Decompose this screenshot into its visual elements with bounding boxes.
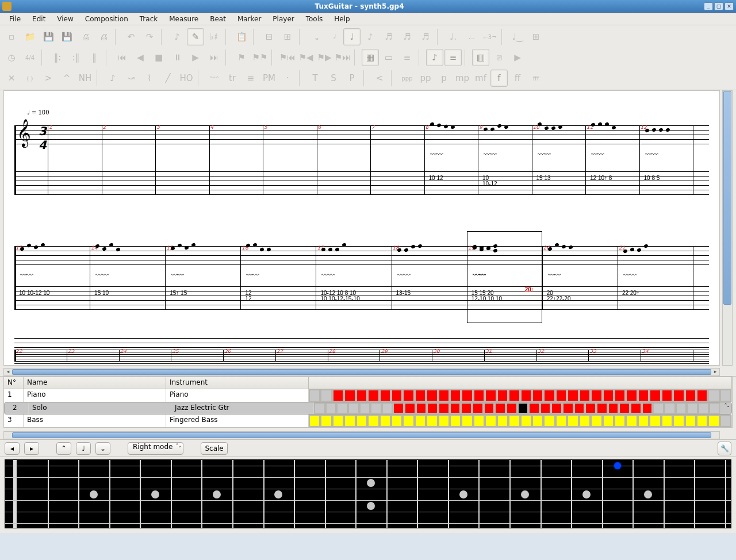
duration-64-icon[interactable]: ♬ (417, 28, 434, 45)
stop-icon[interactable]: ■ (150, 49, 167, 66)
maximize-icon[interactable]: ▢ (714, 2, 723, 10)
properties-icon[interactable]: 📋 (233, 28, 250, 45)
redo-icon[interactable]: ↷ (141, 28, 158, 45)
menu-marker[interactable]: Marker (232, 14, 267, 24)
chord-icon[interactable]: ⊞ (527, 28, 545, 45)
fretboard[interactable] (5, 459, 731, 528)
dotted-icon[interactable]: ♩. (444, 28, 462, 45)
first-icon[interactable]: ⏮ (113, 49, 131, 66)
menu-help[interactable]: Help (328, 14, 355, 24)
next-icon[interactable]: ▶ (187, 49, 204, 66)
track-measures[interactable] (309, 389, 732, 402)
menu-view[interactable]: View (51, 14, 79, 24)
fret-left-button[interactable]: ◂ (5, 442, 20, 455)
layout-multi-icon[interactable]: ≡ (398, 49, 416, 66)
menu-file[interactable]: File (3, 14, 26, 24)
menu-beat[interactable]: Beat (204, 14, 232, 24)
layout-linear-icon[interactable]: ▭ (380, 49, 397, 66)
menu-player[interactable]: Player (267, 14, 300, 24)
effect-slap-icon[interactable]: S (325, 70, 342, 87)
effect-ghost-icon[interactable]: ( ) (21, 70, 39, 87)
duration-32-icon[interactable]: ♬ (398, 28, 416, 45)
effect-palm-icon[interactable]: PM (260, 70, 278, 87)
scale-button[interactable]: Scale (201, 442, 227, 455)
effect-tremolo-icon[interactable]: ⌇ (141, 70, 158, 87)
effect-tremolop-icon[interactable]: ≡ (242, 70, 259, 87)
track-row[interactable]: 3BassFingered Bass (4, 415, 732, 427)
effect-vibrato-icon[interactable]: 〰 (205, 70, 223, 87)
effect-bend-icon[interactable]: ⤻ (122, 70, 140, 87)
marker-next-icon[interactable]: ⚑▶ (316, 49, 333, 66)
marker-list-icon[interactable]: ⚑⚑ (251, 49, 269, 66)
track-row[interactable]: 2SoloJazz Electric Gtr (4, 402, 732, 415)
edit-mode-icon[interactable]: ✎ (187, 28, 204, 45)
effect-accent-icon[interactable]: > (40, 70, 57, 87)
fret-right-button[interactable]: ▸ (24, 442, 39, 455)
effect-trill-icon[interactable]: tr (224, 70, 241, 87)
zoom-out-icon[interactable]: ⊟ (260, 28, 278, 45)
track-measures[interactable] (309, 415, 732, 427)
col-name[interactable]: Name (24, 377, 166, 389)
dyn-mf-icon[interactable]: mf (472, 70, 489, 87)
dyn-mp-icon[interactable]: mp (454, 70, 471, 87)
voice2-icon[interactable]: ♭♯ (205, 28, 223, 45)
print-icon[interactable]: 🖨 (76, 28, 94, 45)
vertical-scrollbar[interactable] (722, 90, 733, 366)
duration-down-button[interactable]: ⌄ (95, 442, 110, 455)
dyn-pp-icon[interactable]: pp (417, 70, 434, 87)
new-icon[interactable]: ▫ (3, 28, 20, 45)
effect-harmonic-icon[interactable]: NH (76, 70, 94, 87)
effect-slide-icon[interactable]: ╱ (159, 70, 177, 87)
show-score-icon[interactable]: ♪ (426, 49, 443, 66)
effect-stacc-icon[interactable]: · (279, 70, 296, 87)
save-icon[interactable]: 💾 (40, 28, 57, 45)
effect-fade-icon[interactable]: < (371, 70, 388, 87)
menu-tools[interactable]: Tools (300, 14, 329, 24)
settings-icon[interactable]: 🔧 (718, 442, 731, 455)
show-tab-icon[interactable]: ≡ (444, 49, 462, 66)
marker-prev-icon[interactable]: ⚑◀ (297, 49, 315, 66)
dyn-ppp-icon[interactable]: ppp (398, 70, 416, 87)
player-icon[interactable]: ▶ (509, 49, 526, 66)
dyn-f-icon[interactable]: f (490, 70, 508, 87)
mixer-icon[interactable]: ⎚ (490, 49, 508, 66)
duration-16-icon[interactable]: ♬ (380, 28, 397, 45)
menu-edit[interactable]: Edit (26, 14, 51, 24)
repeat-alt-icon[interactable]: ‖ (86, 49, 103, 66)
open-icon[interactable]: 📁 (21, 28, 39, 45)
duration-quarter-icon[interactable]: ♩ (343, 28, 361, 45)
duration-eighth-icon[interactable]: ♪ (362, 28, 379, 45)
close-icon[interactable]: ✕ (724, 2, 734, 10)
pause-icon[interactable]: ⏸ (168, 49, 186, 66)
last-icon[interactable]: ⏭ (205, 49, 223, 66)
dyn-p-icon[interactable]: p (435, 70, 453, 87)
layout-page-icon[interactable]: ▦ (362, 49, 379, 66)
track-measures[interactable] (314, 402, 721, 414)
score-canvas[interactable]: 123456789101112𝄞34♩ = 100〰〰10 12〰〰1010-1… (3, 90, 720, 366)
effect-pop-icon[interactable]: P (343, 70, 361, 87)
undo-icon[interactable]: ↶ (122, 28, 140, 45)
prev-icon[interactable]: ◀ (132, 49, 149, 66)
hand-mode-select[interactable]: Right mode (128, 442, 183, 455)
dyn-fff-icon[interactable]: fff (527, 70, 545, 87)
effect-heavy-icon[interactable]: ^ (58, 70, 75, 87)
duration-half-icon[interactable]: 𝅗𝅥 (325, 28, 342, 45)
zoom-in-icon[interactable]: ⊞ (279, 28, 296, 45)
tied-icon[interactable]: ♩‿ (509, 28, 526, 45)
duration-up-button[interactable]: ⌃ (56, 442, 71, 455)
menu-composition[interactable]: Composition (79, 14, 134, 24)
save-as-icon[interactable]: 💾 (58, 28, 75, 45)
dyn-ff-icon[interactable]: ff (509, 70, 526, 87)
repeat-open-icon[interactable]: ‖: (49, 49, 66, 66)
repeat-close-icon[interactable]: :‖ (67, 49, 85, 66)
metronome-icon[interactable]: ◷ (3, 49, 20, 66)
col-num[interactable]: N° (4, 377, 24, 389)
menu-track[interactable]: Track (134, 14, 163, 24)
print-preview-icon[interactable]: 🖨 (95, 28, 112, 45)
tuplet-icon[interactable]: ⌐3¬ (481, 28, 499, 45)
effect-hammer-icon[interactable]: HO (178, 70, 195, 87)
marker-add-icon[interactable]: ⚑ (233, 49, 250, 66)
voice1-icon[interactable]: ♪ (168, 28, 186, 45)
track-row[interactable]: 1PianoPiano (4, 389, 732, 402)
marker-first-icon[interactable]: ⚑⏮ (279, 49, 296, 66)
